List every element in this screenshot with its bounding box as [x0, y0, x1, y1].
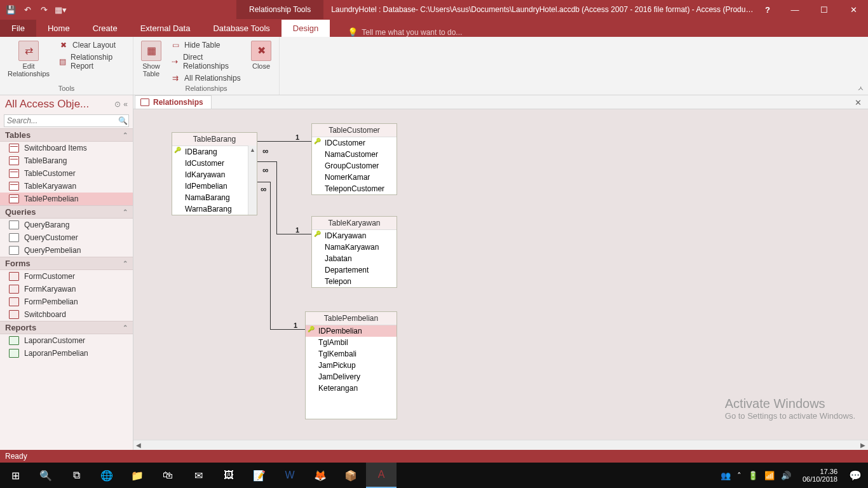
edge-icon[interactable]: 🌐 — [92, 463, 122, 488]
relationships-canvas[interactable]: TableBarang IDBarang IdCustomer IdKaryaw… — [133, 109, 868, 440]
app-icon[interactable]: 📦 — [336, 463, 366, 488]
rtable-pembelian[interactable]: TablePembelian IDPembelian TglAmbil TglK… — [305, 311, 397, 419]
tab-home[interactable]: Home — [36, 20, 81, 37]
rtable-barang[interactable]: TableBarang IDBarang IdCustomer IdKaryaw… — [172, 132, 257, 215]
field-warnabarang[interactable]: WarnaBarang — [172, 203, 257, 215]
help-icon[interactable]: ? — [755, 0, 780, 19]
field-tglambil[interactable]: TglAmbil — [306, 337, 397, 348]
document-tab-relationships[interactable]: Relationships — [135, 95, 212, 109]
access-icon[interactable]: A — [366, 463, 397, 488]
clear-layout-button[interactable]: ✖Clear Layout — [56, 39, 128, 51]
direct-relationships-button[interactable]: ⇢Direct Relationships — [168, 52, 245, 71]
nav-item-tablekaryawan[interactable]: TableKaryawan — [0, 180, 133, 193]
field-nomerkamar[interactable]: NomerKamar — [312, 172, 397, 183]
search-button[interactable]: 🔍 — [31, 463, 61, 488]
nav-item-tablebarang[interactable]: TableBarang — [0, 154, 133, 167]
nav-item-tablecustomer[interactable]: TableCustomer — [0, 167, 133, 180]
nav-item-formkaryawan[interactable]: FormKaryawan — [0, 283, 133, 295]
nav-title[interactable]: All Access Obje... — [5, 98, 89, 111]
wifi-icon[interactable]: 📶 — [764, 471, 775, 480]
nav-item-switchboard[interactable]: Switchboard — [0, 308, 133, 321]
close-tab-icon[interactable]: ✕ — [855, 98, 862, 107]
field-departement[interactable]: Departement — [312, 264, 397, 276]
field-namabarang[interactable]: NamaBarang — [172, 192, 257, 203]
rtable-karyawan[interactable]: TableKaryawan IDKaryawan NamaKaryawan Ja… — [311, 216, 397, 288]
search-icon[interactable]: 🔍 — [117, 116, 128, 125]
start-button[interactable]: ⊞ — [0, 463, 31, 488]
rtable-customer[interactable]: TableCustomer IDCustomer NamaCustomer Gr… — [311, 123, 397, 195]
nav-collapse-icon[interactable]: « — [123, 100, 128, 109]
battery-icon[interactable]: 🔋 — [748, 471, 758, 480]
field-idpembelian[interactable]: IDPembelian — [306, 325, 397, 337]
field-idcustomer[interactable]: IdCustomer — [172, 158, 257, 169]
maximize-button[interactable]: ☐ — [810, 0, 839, 19]
nav-group-tables[interactable]: Tables⌃ — [0, 128, 133, 142]
close-button[interactable]: ✕ — [839, 0, 868, 19]
field-teleponcustomer[interactable]: TeleponCustomer — [312, 183, 397, 194]
field-idcustomer[interactable]: IDCustomer — [312, 137, 397, 149]
show-table-button[interactable]: ▦ Show Table — [139, 39, 164, 79]
tab-external-data[interactable]: External Data — [129, 20, 202, 37]
file-explorer-icon[interactable]: 📁 — [122, 463, 153, 488]
nav-dropdown-icon[interactable]: ⊙ — [114, 100, 121, 109]
notifications-icon[interactable]: 💬 — [843, 463, 868, 488]
scroll-up-icon[interactable]: ▲ — [248, 146, 257, 154]
nav-item-tablepembelian[interactable]: TablePembelian — [0, 193, 133, 205]
word-icon[interactable]: W — [275, 463, 305, 488]
field-namakaryawan[interactable]: NamaKaryawan — [312, 241, 397, 253]
redo-icon[interactable]: ↷ — [38, 4, 50, 15]
scroll-left-icon[interactable]: ◀ — [133, 442, 144, 449]
system-tray[interactable]: 👥 ˄ 🔋 📶 🔊 — [714, 471, 797, 480]
field-idkaryawan[interactable]: IDKaryawan — [312, 230, 397, 241]
minimize-button[interactable]: ― — [780, 0, 810, 19]
field-jampickup[interactable]: JamPickup — [306, 360, 397, 371]
collapse-ribbon-icon[interactable]: ㅅ — [857, 84, 864, 93]
search-input[interactable] — [4, 115, 117, 126]
nav-item-querybarang[interactable]: QueryBarang — [0, 219, 133, 231]
field-idpembelian[interactable]: IdPembelian — [172, 180, 257, 192]
tab-file[interactable]: File — [0, 20, 36, 37]
field-idbarang[interactable]: IDBarang — [172, 146, 257, 158]
save-icon[interactable]: 💾 — [5, 4, 17, 15]
nav-item-formcustomer[interactable]: FormCustomer — [0, 270, 133, 283]
tab-database-tools[interactable]: Database Tools — [201, 20, 281, 37]
field-tglkembali[interactable]: TglKembali — [306, 348, 397, 360]
field-idkaryawan[interactable]: IdKaryawan — [172, 169, 257, 180]
close-relationships-button[interactable]: ✖ Close — [248, 39, 274, 71]
tell-me-search[interactable]: 💡Tell me what you want to do... — [330, 27, 868, 37]
field-groupcustomer[interactable]: GroupCustomer — [312, 160, 397, 172]
nav-search[interactable]: 🔍 — [4, 114, 129, 127]
nav-item-laporancustomer[interactable]: LaporanCustomer — [0, 334, 133, 347]
field-namacustomer[interactable]: NamaCustomer — [312, 149, 397, 160]
tab-design[interactable]: Design — [281, 20, 330, 37]
hide-table-button[interactable]: ▭Hide Table — [168, 39, 245, 51]
all-relationships-button[interactable]: ⇉All Relationships — [168, 72, 245, 84]
field-keterangan[interactable]: Keterangan — [306, 383, 397, 394]
edit-relationships-button[interactable]: ⇄ Edit Relationships — [5, 39, 52, 79]
undo-icon[interactable]: ↶ — [22, 4, 33, 15]
nav-item-querypembelian[interactable]: QueryPembelian — [0, 244, 133, 257]
tray-up-icon[interactable]: ˄ — [737, 471, 742, 480]
store-icon[interactable]: 🛍 — [153, 463, 183, 488]
nav-group-reports[interactable]: Reports⌃ — [0, 321, 133, 334]
photos-icon[interactable]: 🖼 — [214, 463, 244, 488]
task-view-button[interactable]: ⧉ — [61, 463, 92, 488]
scroll-right-icon[interactable]: ▶ — [858, 442, 868, 449]
mail-icon[interactable]: ✉ — [183, 463, 214, 488]
volume-icon[interactable]: 🔊 — [781, 471, 791, 480]
field-jabatan[interactable]: Jabatan — [312, 253, 397, 264]
nav-group-forms[interactable]: Forms⌃ — [0, 257, 133, 270]
people-icon[interactable]: 👥 — [721, 471, 731, 480]
qat-custom-icon[interactable]: ▦▾ — [55, 4, 66, 15]
relationship-report-button[interactable]: ▤Relationship Report — [56, 52, 128, 71]
nav-item-switchboard-items[interactable]: Switchboard Items — [0, 142, 133, 154]
scrollbar[interactable]: ▲ — [248, 146, 257, 215]
field-telepon[interactable]: Telepon — [312, 276, 397, 287]
nav-group-queries[interactable]: Queries⌃ — [0, 205, 133, 219]
nav-item-querycustomer[interactable]: QueryCustomer — [0, 231, 133, 244]
nav-item-laporanpembelian[interactable]: LaporanPembelian — [0, 347, 133, 360]
field-jamdelivery[interactable]: JamDelivery — [306, 371, 397, 383]
taskbar-clock[interactable]: 17.36 06/10/2018 — [797, 468, 843, 483]
notes-icon[interactable]: 📝 — [244, 463, 275, 488]
horizontal-scrollbar[interactable]: ◀ ▶ — [133, 440, 868, 450]
